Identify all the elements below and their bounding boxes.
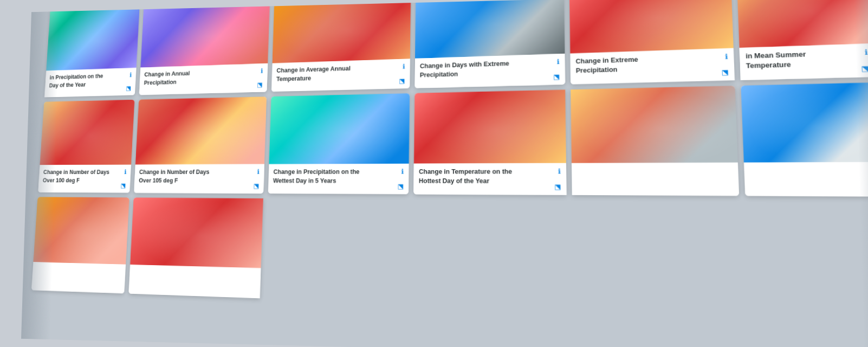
card-precip-day: in Precipitation on theDay of the Year ℹ… [44,5,140,98]
share-icon-3[interactable]: ⬔ [399,77,405,85]
info-icon-9[interactable]: ℹ [401,168,404,175]
card-title-precip-day: in Precipitation on theDay of the Year [49,73,103,90]
card-title-extreme-precip: Change in ExtremePrecipitation [575,55,638,75]
card-mean-summer-temp: in Mean SummerTemperature ℹ ⬔ [736,0,868,80]
share-icon-7[interactable]: ⬔ [120,182,126,189]
info-icon-1[interactable]: ℹ [129,72,132,79]
card-days-100: Change in Number of DaysOver 100 deg F ℹ… [38,100,134,193]
card-label-days-100: Change in Number of DaysOver 100 deg F ℹ… [38,165,131,193]
map-days-100 [40,100,135,165]
map-extreme-precip [569,0,734,54]
map-row3-3 [33,197,129,264]
card-grid-container: in Precipitation on theDay of the Year ℹ… [22,0,868,347]
share-icon-9[interactable]: ⬔ [398,183,404,190]
info-icon-8[interactable]: ℹ [257,168,260,175]
card-label-row3-1 [572,163,739,196]
card-extreme-precip: Change in ExtremePrecipitation ℹ ⬔ [569,0,735,85]
share-icon-5[interactable]: ⬔ [721,68,729,76]
card-title-annual-precip: Change in AnnualPrecipitation [144,69,190,87]
info-icon-6[interactable]: ℹ [864,48,868,57]
share-icon-6[interactable]: ⬔ [861,64,868,73]
card-label-days-105: Change in Number of DaysOver 105 deg F ℹ… [134,164,264,194]
card-days-105: Change in Number of DaysOver 105 deg F ℹ… [134,97,267,194]
card-title-days-extreme-precip: Change in Days with ExtremePrecipitation [420,60,509,80]
map-days-105 [135,97,267,164]
map-avg-annual-temp [273,0,411,63]
card-label-days-extreme-precip: Change in Days with ExtremePrecipitation… [414,54,565,88]
card-label-extreme-precip: Change in ExtremePrecipitation ℹ ⬔ [570,48,735,85]
map-annual-precip [140,0,270,68]
card-label-row3-4 [128,265,261,298]
map-wettest-day [269,93,410,164]
card-grid: in Precipitation on theDay of the Year ℹ… [22,0,868,347]
card-label-precip-day: in Precipitation on theDay of the Year ℹ… [44,68,137,98]
map-mean-summer-temp [736,0,868,48]
card-title-avg-annual-temp: Change in Average AnnualTemperature [276,65,351,83]
info-icon-5[interactable]: ℹ [725,53,728,61]
share-icon-4[interactable]: ⬔ [553,73,560,81]
card-title-hottest-day: Change in Temperature on theHottest Day … [419,168,512,186]
card-label-wettest-day: Change in Precipitation on theWettest Da… [268,164,409,194]
card-title-mean-summer-temp: in Mean SummerTemperature [746,50,807,70]
card-hottest-day: Change in Temperature on theHottest Day … [413,89,566,195]
info-icon-7[interactable]: ℹ [124,169,127,176]
info-icon-10[interactable]: ℹ [558,168,561,176]
card-title-days-105: Change in Number of DaysOver 105 deg F [139,168,210,185]
map-row3-4 [130,197,263,268]
card-row3-3 [31,197,129,293]
card-label-mean-summer-temp: in Mean SummerTemperature ℹ ⬔ [740,43,868,80]
card-label-row3-2 [744,162,868,197]
card-label-annual-precip: Change in AnnualPrecipitation ℹ ⬔ [139,63,268,95]
card-title-wettest-day: Change in Precipitation on theWettest Da… [273,168,360,185]
card-annual-precip: Change in AnnualPrecipitation ℹ ⬔ [139,0,270,95]
map-row3-1 [571,86,738,163]
main-container: in Precipitation on theDay of the Year ℹ… [21,0,868,347]
card-label-row3-3 [31,262,126,293]
share-icon-2[interactable]: ⬔ [257,81,263,88]
share-icon-1[interactable]: ⬔ [126,85,131,92]
card-days-extreme-precip: Change in Days with ExtremePrecipitation… [414,0,565,88]
share-icon-10[interactable]: ⬔ [554,183,561,191]
card-row3-1 [571,86,739,196]
map-precip-day [46,5,140,71]
info-icon-3[interactable]: ℹ [403,63,405,70]
map-hottest-day [414,89,566,163]
card-label-hottest-day: Change in Temperature on theHottest Day … [413,163,566,195]
card-title-days-100: Change in Number of DaysOver 100 deg F [43,169,110,185]
card-row3-2 [741,82,868,197]
info-icon-4[interactable]: ℹ [557,58,560,66]
card-wettest-day: Change in Precipitation on theWettest Da… [268,93,410,194]
map-row3-2 [741,82,868,163]
share-icon-8[interactable]: ⬔ [254,182,260,190]
card-label-avg-annual-temp: Change in Average AnnualTemperature ℹ ⬔ [271,59,410,92]
card-row3-4 [128,197,263,298]
map-days-extreme-precip [415,0,565,59]
info-icon-2[interactable]: ℹ [261,67,263,74]
card-avg-annual-temp: Change in Average AnnualTemperature ℹ ⬔ [271,0,411,92]
